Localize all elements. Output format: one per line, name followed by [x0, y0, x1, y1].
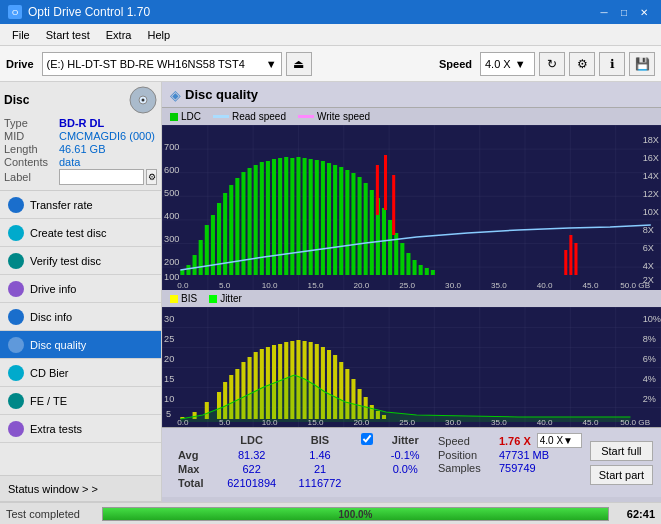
- svg-text:0.0: 0.0: [177, 418, 189, 427]
- position-row: Position 47731 MB: [438, 449, 582, 461]
- svg-text:200: 200: [164, 257, 179, 267]
- svg-rect-42: [406, 253, 410, 275]
- transfer-rate-icon: [8, 197, 24, 213]
- speed-label: Speed: [439, 58, 472, 70]
- svg-rect-22: [284, 157, 288, 275]
- top-chart: 700 600 500 400 300 200 100 18X 16X 14X …: [162, 125, 661, 290]
- svg-text:8%: 8%: [643, 334, 656, 344]
- app-icon: O: [8, 5, 22, 19]
- disc-panel: Disc Type BD-R DL MID CMCMAGDI6 (000) Le…: [0, 82, 161, 191]
- sidebar-item-disc-info[interactable]: Disc info: [0, 303, 161, 331]
- start-full-button[interactable]: Start full: [590, 441, 653, 461]
- svg-text:4X: 4X: [643, 261, 654, 271]
- bottom-chart: 30 25 20 15 10 5 10% 8% 6% 4% 2% 0.0: [162, 307, 661, 427]
- menu-file[interactable]: File: [4, 27, 38, 43]
- svg-text:20.0: 20.0: [353, 281, 369, 290]
- legend-read-speed: Read speed: [213, 111, 286, 122]
- fe-te-icon: [8, 393, 24, 409]
- settings-button[interactable]: ⚙: [569, 52, 595, 76]
- menu-bar: File Start test Extra Help: [0, 24, 661, 46]
- svg-rect-29: [327, 163, 331, 275]
- sidebar-item-verify-test-disc[interactable]: Verify test disc: [0, 247, 161, 275]
- svg-rect-5: [180, 270, 184, 275]
- title-bar-left: O Opti Drive Control 1.70: [8, 5, 150, 19]
- progress-track: 100.0%: [102, 507, 609, 521]
- drive-label: Drive: [6, 58, 34, 70]
- col-jitter: Jitter: [381, 432, 430, 448]
- disc-label-row: Label ⚙: [4, 169, 157, 185]
- sidebar-item-disc-quality[interactable]: Disc quality: [0, 331, 161, 359]
- svg-text:40.0: 40.0: [537, 418, 553, 427]
- svg-text:400: 400: [164, 211, 179, 221]
- menu-help[interactable]: Help: [139, 27, 178, 43]
- disc-header: Disc: [4, 86, 157, 114]
- svg-rect-46: [431, 270, 435, 275]
- svg-text:300: 300: [164, 234, 179, 244]
- sidebar-item-cd-bier[interactable]: CD Bier: [0, 359, 161, 387]
- avg-ldc: 81.32: [216, 448, 288, 462]
- svg-rect-8: [199, 240, 203, 275]
- sidebar-item-transfer-rate[interactable]: Transfer rate: [0, 191, 161, 219]
- svg-text:14X: 14X: [643, 171, 659, 181]
- menu-start-test[interactable]: Start test: [38, 27, 98, 43]
- svg-text:20: 20: [164, 354, 174, 364]
- legend-ldc: LDC: [170, 111, 201, 122]
- disc-mid-value: CMCMAGDI6 (000): [59, 130, 155, 142]
- close-button[interactable]: ✕: [635, 3, 653, 21]
- eject-button[interactable]: ⏏: [286, 52, 312, 76]
- disc-icon: [129, 86, 157, 114]
- bis-color-swatch: [170, 295, 178, 303]
- sidebar-item-create-test-disc[interactable]: Create test disc: [0, 219, 161, 247]
- total-ldc: 62101894: [216, 476, 288, 490]
- svg-text:45.0: 45.0: [583, 281, 599, 290]
- samples-row: Samples 759749: [438, 462, 582, 474]
- total-jitter: [381, 476, 430, 490]
- svg-rect-28: [321, 161, 325, 275]
- disc-length-value: 46.61 GB: [59, 143, 105, 155]
- legend-jitter: Jitter: [209, 293, 242, 304]
- sidebar-item-fe-te[interactable]: FE / TE: [0, 387, 161, 415]
- disc-label-input[interactable]: [59, 169, 144, 185]
- refresh-button[interactable]: ↻: [539, 52, 565, 76]
- minimize-button[interactable]: ─: [595, 3, 613, 21]
- status-window-button[interactable]: Status window > >: [0, 476, 161, 502]
- svg-text:10.0: 10.0: [262, 281, 278, 290]
- svg-rect-20: [272, 159, 276, 275]
- speed-dropdown[interactable]: 4.0 X ▼: [537, 433, 582, 448]
- svg-point-2: [142, 99, 145, 102]
- svg-text:4%: 4%: [643, 374, 656, 384]
- save-button[interactable]: 💾: [629, 52, 655, 76]
- drive-selector[interactable]: (E:) HL-DT-ST BD-RE WH16NS58 TST4 ▼: [42, 52, 282, 76]
- info-button[interactable]: ℹ: [599, 52, 625, 76]
- svg-text:6X: 6X: [643, 243, 654, 253]
- stats-row-avg: Avg 81.32 1.46 -0.1%: [170, 448, 430, 462]
- speed-info: Speed 1.76 X 4.0 X ▼ Position 47731 MB S…: [438, 432, 582, 493]
- svg-text:2%: 2%: [643, 394, 656, 404]
- svg-rect-39: [388, 220, 392, 275]
- maximize-button[interactable]: □: [615, 3, 633, 21]
- jitter-checkbox[interactable]: [361, 433, 373, 445]
- col-bis: BIS: [288, 432, 353, 448]
- disc-length-row: Length 46.61 GB: [4, 143, 157, 155]
- svg-rect-7: [193, 255, 197, 275]
- svg-rect-30: [333, 165, 337, 275]
- elapsed-time: 62:41: [615, 508, 655, 520]
- disc-label-button[interactable]: ⚙: [146, 169, 157, 185]
- menu-extra[interactable]: Extra: [98, 27, 140, 43]
- svg-text:35.0: 35.0: [491, 418, 507, 427]
- max-label: Max: [170, 462, 216, 476]
- svg-text:10%: 10%: [643, 314, 661, 324]
- speed-selector[interactable]: 4.0 X ▼: [480, 52, 535, 76]
- svg-rect-44: [419, 265, 423, 275]
- svg-text:30.0: 30.0: [445, 281, 461, 290]
- svg-rect-26: [309, 159, 313, 275]
- svg-rect-41: [400, 243, 404, 275]
- svg-text:10.0: 10.0: [262, 418, 278, 427]
- sidebar-item-drive-info[interactable]: Drive info: [0, 275, 161, 303]
- speed-value: 4.0 X: [485, 58, 511, 70]
- svg-rect-35: [364, 183, 368, 275]
- stats-table: LDC BIS Jitter Avg 81.32: [170, 432, 430, 493]
- start-part-button[interactable]: Start part: [590, 465, 653, 485]
- sidebar-item-extra-tests[interactable]: Extra tests: [0, 415, 161, 443]
- disc-contents-label: Contents: [4, 156, 59, 168]
